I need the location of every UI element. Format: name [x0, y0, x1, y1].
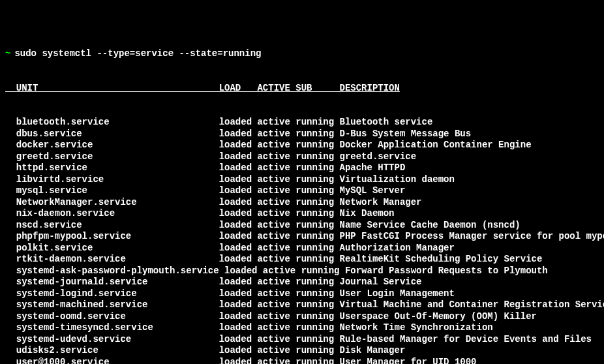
prompt-marker: ~: [5, 48, 10, 60]
table-row: dbus.service loaded active running D-Bus…: [5, 129, 599, 140]
table-row: bluetooth.service loaded active running …: [5, 117, 599, 129]
table-row: nix-daemon.service loaded active running…: [5, 208, 599, 220]
table-row: mysql.service loaded active running MySQ…: [5, 185, 599, 197]
table-row: systemd-ask-password-plymouth.service lo…: [5, 265, 599, 277]
table-row: greetd.service loaded active running gre…: [5, 151, 599, 163]
command-line[interactable]: ~ sudo systemctl --type=service --state=…: [5, 48, 599, 60]
table-row: user@1000.service loaded active running …: [5, 357, 599, 365]
table-row: libvirtd.service loaded active running V…: [5, 174, 599, 186]
table-row: systemd-machined.service loaded active r…: [5, 299, 599, 311]
table-row: systemd-timesyncd.service loaded active …: [5, 322, 599, 334]
table-row: systemd-journald.service loaded active r…: [5, 277, 599, 288]
table-row: polkit.service loaded active running Aut…: [5, 243, 599, 254]
service-table: bluetooth.service loaded active running …: [5, 117, 599, 364]
table-row: udisks2.service loaded active running Di…: [5, 345, 599, 357]
table-row: nscd.service loaded active running Name …: [5, 220, 599, 232]
table-header: UNIT LOAD ACTIVE SUB DESCRIPTION: [5, 83, 599, 95]
table-row: httpd.service loaded active running Apac…: [5, 162, 599, 174]
table-row: systemd-logind.service loaded active run…: [5, 288, 599, 300]
table-row: docker.service loaded active running Doc…: [5, 140, 599, 151]
table-row: systemd-udevd.service loaded active runn…: [5, 334, 599, 346]
table-row: NetworkManager.service loaded active run…: [5, 197, 599, 209]
table-row: phpfpm-mypool.service loaded active runn…: [5, 231, 599, 243]
command-text: sudo systemctl --type=service --state=ru…: [14, 48, 261, 60]
table-row: rtkit-daemon.service loaded active runni…: [5, 254, 599, 265]
table-row: systemd-oomd.service loaded active runni…: [5, 311, 599, 323]
